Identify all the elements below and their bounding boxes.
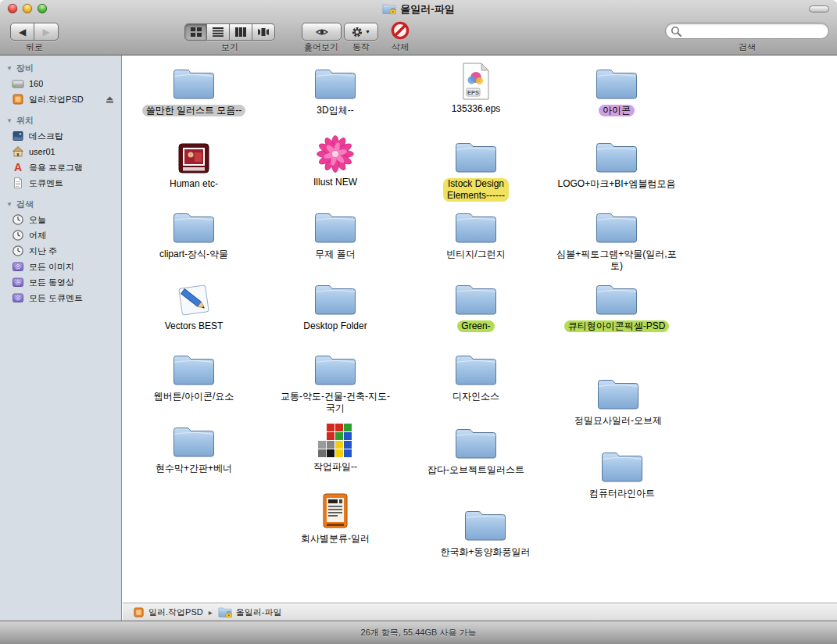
- folder-icon-box: [172, 63, 216, 102]
- list-view-button[interactable]: [207, 23, 230, 41]
- hdd-icon: [12, 77, 24, 90]
- eject-button[interactable]: [105, 95, 115, 105]
- file-item[interactable]: Human etc-: [125, 136, 263, 190]
- sidebar-item-applications[interactable]: 응용 프로그램: [0, 159, 121, 175]
- file-item[interactable]: 작업파일--: [266, 419, 404, 473]
- sidebar-item-smart-folder[interactable]: 모든 이미지: [0, 259, 121, 274]
- file-item[interactable]: 잡다-오브젝트일러스트: [407, 422, 545, 476]
- orange-document-icon: [320, 492, 351, 530]
- folder-icon: [595, 209, 638, 245]
- file-item[interactable]: 쓸만한 일러스트 모음--: [125, 63, 263, 116]
- file-item[interactable]: Vectors BEST: [125, 278, 263, 332]
- sidebar-item-smart-folder[interactable]: 모든 동영상: [0, 274, 121, 290]
- minimize-button[interactable]: [23, 4, 32, 13]
- sidebar-item-cartridge[interactable]: 일러.작업PSD: [0, 91, 121, 107]
- close-button[interactable]: [8, 4, 17, 13]
- sidebar-section-header: ▼위치: [0, 113, 121, 128]
- folder-icon-box: [313, 349, 357, 388]
- file-item[interactable]: 135336.eps: [407, 61, 545, 115]
- toolbar-toggle-button[interactable]: [809, 5, 829, 13]
- vector-pencil-icon: [175, 283, 213, 317]
- folder-icon-box: [596, 373, 640, 412]
- folder-icon: [595, 139, 638, 175]
- status-bar: 26개 항목, 55.44GB 사용 가능: [0, 621, 837, 644]
- file-item[interactable]: 큐티형아이콘픽셀-PSD: [548, 278, 685, 332]
- sidebar-item-hdd[interactable]: 160: [0, 76, 121, 91]
- folder-icon: [454, 352, 498, 388]
- file-item-label: 정밀묘사일러-오브제: [571, 415, 666, 427]
- disclosure-triangle-icon[interactable]: ▼: [6, 65, 13, 72]
- coverflow-view-button[interactable]: [252, 23, 275, 41]
- view-switcher: [184, 23, 275, 41]
- sidebar-item-home[interactable]: user01: [0, 144, 121, 159]
- icon-view-button[interactable]: [184, 23, 207, 41]
- file-item[interactable]: 웹버튼/아이콘/요소: [125, 349, 263, 402]
- zoom-button[interactable]: [38, 4, 47, 13]
- file-item[interactable]: clipart-장식-약물: [125, 206, 263, 260]
- search-label: 검색: [665, 41, 829, 53]
- file-item[interactable]: 교통-약도-건물-건축-지도- 국기: [266, 349, 404, 414]
- sidebar-item-smart-folder[interactable]: 모든 도큐멘트: [0, 290, 121, 306]
- sidebar-item-label: 응용 프로그램: [29, 162, 83, 174]
- clock-icon: [12, 229, 24, 242]
- sidebar-item-clock[interactable]: 오늘: [0, 212, 121, 227]
- folder-icon-box: [172, 349, 216, 388]
- file-item-label: Desktop Folder: [299, 320, 370, 332]
- action-button[interactable]: ▼: [344, 23, 378, 41]
- disclosure-triangle-icon[interactable]: ▼: [6, 117, 13, 124]
- folder-icon: [313, 66, 357, 102]
- folder-icon: [313, 352, 357, 388]
- pencil-icon-box: [175, 278, 213, 317]
- window-title-text: 올일러-파일: [400, 2, 454, 16]
- sidebar: ▼장비160일러.작업PSD▼위치데스크탑user01응용 프로그램도큐멘트▼검…: [0, 55, 122, 621]
- file-item[interactable]: 회사별분류-일러: [266, 491, 404, 545]
- folder-icon-box: [313, 63, 357, 102]
- file-item[interactable]: LOGO+마크+BI+엠블럼모음: [548, 136, 685, 190]
- file-item[interactable]: 한국화+동양화풍일러: [417, 504, 554, 558]
- file-item[interactable]: 무제 폴더: [266, 206, 404, 260]
- search-field[interactable]: [665, 23, 829, 39]
- file-item[interactable]: 디자인소스: [407, 349, 545, 402]
- sidebar-item-clock[interactable]: 어제: [0, 227, 121, 243]
- sidebar-item-label: 모든 동영상: [29, 277, 74, 288]
- delete-button[interactable]: [390, 20, 410, 41]
- file-item[interactable]: 현수막+간판+베너: [125, 420, 263, 474]
- file-item[interactable]: Desktop Folder: [266, 278, 404, 332]
- eject-icon: [105, 95, 115, 105]
- prohibition-icon: [391, 21, 410, 40]
- eps-icon-box: [460, 61, 492, 100]
- chevron-down-icon: ▼: [365, 29, 370, 34]
- path-segment[interactable]: 올일러-파일: [214, 606, 286, 618]
- file-item[interactable]: Green-: [407, 278, 545, 332]
- finder-window: 올일러-파일 ◀ ▶ 뒤로 보기 훑어보기: [0, 0, 837, 644]
- path-segment[interactable]: 일러.작업PSD: [129, 606, 207, 618]
- file-item[interactable]: Istock Design Elements------: [407, 136, 545, 202]
- sidebar-item-desktop[interactable]: 데스크탑: [0, 128, 121, 144]
- folder-icon-box: [313, 278, 357, 317]
- smart-folder-icon: [12, 276, 24, 288]
- sidebar-item-document[interactable]: 도큐멘트: [0, 175, 121, 191]
- forward-button[interactable]: ▶: [34, 23, 59, 41]
- file-item[interactable]: 심볼+픽토그램+약물(일러,포 토): [548, 206, 685, 272]
- file-item[interactable]: Illust NEW: [266, 134, 404, 188]
- file-item[interactable]: 3D입체--: [266, 63, 404, 116]
- sidebar-item-clock[interactable]: 지난 주: [0, 243, 121, 259]
- file-item[interactable]: 정밀묘사일러-오브제: [549, 373, 687, 427]
- back-button[interactable]: ◀: [10, 23, 34, 41]
- column-view-button[interactable]: [230, 23, 252, 41]
- disclosure-triangle-icon[interactable]: ▼: [6, 201, 13, 208]
- file-item-label: Human etc-: [166, 178, 222, 190]
- folder-icon-box: [595, 278, 638, 317]
- quicklook-button[interactable]: [302, 23, 342, 41]
- file-item-label: 회사별분류-일러: [297, 533, 374, 545]
- sidebar-item-label: 일러.작업PSD: [29, 94, 84, 106]
- folder-lock-icon: [218, 606, 232, 618]
- applications-icon: [12, 161, 24, 174]
- file-item[interactable]: 아이콘: [548, 63, 685, 116]
- color-blocks-icon: [318, 423, 352, 458]
- file-item[interactable]: 빈티지/그런지: [407, 206, 545, 260]
- search-input[interactable]: [685, 26, 822, 37]
- file-item-label: 웹버튼/아이콘/요소: [150, 391, 238, 402]
- file-item[interactable]: 컴퓨터라인아트: [553, 445, 691, 499]
- file-item-label: 심볼+픽토그램+약물(일러,포 토): [553, 249, 680, 272]
